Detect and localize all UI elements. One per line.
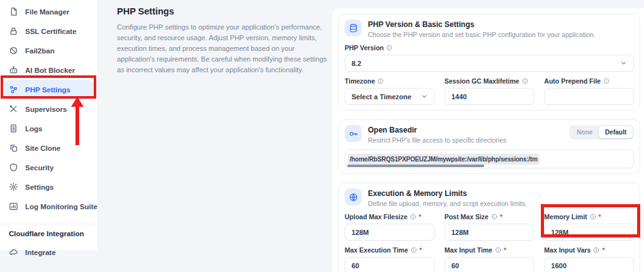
card-open-basedir: Open Basedir Restrict PHP's file access … bbox=[338, 119, 640, 174]
timezone-select[interactable]: Select a Timezone bbox=[345, 88, 435, 105]
max-input-vars-input[interactable] bbox=[544, 257, 634, 272]
required-asterisk: * bbox=[602, 247, 604, 253]
post-max-size-input[interactable] bbox=[445, 224, 535, 241]
required-asterisk: * bbox=[599, 214, 601, 220]
required-asterisk: * bbox=[504, 247, 506, 253]
sidebar-item-label: Integrate bbox=[25, 249, 56, 256]
sidebar-item-label: Fail2ban bbox=[25, 47, 55, 55]
card-subtitle: Restrict PHP's file access to specific d… bbox=[368, 136, 506, 144]
timezone-value: Select a Timezone bbox=[352, 93, 411, 101]
php-version-label: PHP Version bbox=[345, 44, 384, 52]
info-icon[interactable] bbox=[386, 45, 392, 51]
chevron-down-icon bbox=[620, 60, 627, 67]
sidebar-item-ai-bot-blocker[interactable]: AI Bot Blocker bbox=[0, 60, 97, 80]
page-title: PHP Settings bbox=[117, 6, 327, 16]
sidebar-item-label: File Manager bbox=[25, 8, 69, 16]
card-php-version-basic-settings: PHP Version & Basic Settings Choose the … bbox=[338, 14, 640, 111]
required-asterisk: * bbox=[419, 247, 422, 253]
card-subtitle: Choose the PHP version and set basic PHP… bbox=[368, 31, 596, 38]
copy-icon bbox=[9, 143, 18, 153]
sidebar: File Manager SSL Certificate Fail2ban AI… bbox=[0, 0, 98, 250]
sidebar-item-fail2ban[interactable]: Fail2ban bbox=[0, 41, 97, 60]
sidebar-divider bbox=[0, 224, 97, 224]
sidebar-item-supervisors[interactable]: Supervisors bbox=[0, 99, 97, 119]
memory-limit-label: Memory Limit bbox=[544, 213, 587, 220]
required-asterisk: * bbox=[419, 214, 421, 220]
info-icon[interactable] bbox=[590, 214, 596, 220]
post-max-size-label: Post Max Size bbox=[445, 213, 489, 220]
globe-icon bbox=[345, 188, 362, 205]
sidebar-item-settings[interactable]: Settings bbox=[0, 177, 97, 197]
sidebar-item-label: Site Clone bbox=[25, 144, 60, 152]
upload-max-filesize-input[interactable] bbox=[345, 224, 435, 241]
sidebar-item-ssl-certificate[interactable]: SSL Certificate bbox=[0, 21, 97, 41]
timezone-label: Timezone bbox=[345, 77, 375, 85]
sidebar-item-label: Supervisors bbox=[25, 106, 67, 113]
max-input-time-label: Max Input Time bbox=[445, 246, 492, 254]
memory-limit-input[interactable] bbox=[544, 224, 634, 241]
page-intro: PHP Settings Configure PHP settings to o… bbox=[117, 6, 327, 75]
card-title: Execution & Memory Limits bbox=[368, 188, 527, 198]
sidebar-item-site-clone[interactable]: Site Clone bbox=[0, 138, 97, 158]
basedir-none-button[interactable]: None bbox=[570, 126, 599, 138]
sidebar-item-log-monitoring-suite[interactable]: Log Monitoring Suite bbox=[0, 197, 97, 216]
sidebar-item-label: PHP Settings bbox=[25, 86, 70, 94]
open-basedir-input[interactable]: /home/RbSRQS1PXPOEUZJM/mywpsite:/var/lib… bbox=[345, 150, 634, 168]
php-version-value: 8.2 bbox=[352, 60, 361, 67]
info-icon[interactable] bbox=[522, 78, 528, 84]
nodes-icon bbox=[9, 85, 18, 94]
page-description: Configure PHP settings to optimize your … bbox=[117, 22, 327, 75]
card-title: Open Basedir bbox=[368, 125, 506, 134]
sidebar-item-label: Settings bbox=[25, 183, 53, 191]
basedir-default-button[interactable]: Default bbox=[599, 126, 633, 138]
cloud-icon bbox=[9, 248, 18, 257]
sidebar-item-security[interactable]: Security bbox=[0, 158, 97, 177]
sidebar-item-label: Log Monitoring Suite bbox=[25, 203, 97, 210]
sidebar-item-logs[interactable]: Logs bbox=[0, 119, 97, 138]
key-icon bbox=[345, 125, 362, 142]
required-asterisk: * bbox=[500, 214, 502, 220]
sidebar-item-php-settings[interactable]: PHP Settings bbox=[4, 80, 93, 99]
bar-chart-icon bbox=[9, 202, 18, 211]
database-icon bbox=[345, 19, 362, 36]
info-icon[interactable] bbox=[593, 247, 599, 253]
info-icon[interactable] bbox=[411, 247, 417, 253]
session-gc-maxlifetime-label: Session GC Maxlifetime bbox=[445, 77, 519, 85]
sidebar-item-label: SSL Certificate bbox=[25, 28, 77, 35]
sidebar-section-heading: Cloudflare Integration bbox=[0, 230, 97, 239]
sidebar-item-label: Logs bbox=[25, 125, 42, 133]
shield-icon bbox=[9, 163, 18, 172]
php-settings-page: File Manager SSL Certificate Fail2ban AI… bbox=[0, 0, 644, 272]
sidebar-item-integrate[interactable]: Integrate bbox=[0, 242, 97, 262]
info-icon[interactable] bbox=[491, 214, 497, 220]
auto-prepend-file-label: Auto Prepend File bbox=[544, 77, 601, 85]
php-version-select[interactable]: 8.2 bbox=[345, 55, 634, 72]
info-icon[interactable] bbox=[377, 78, 384, 84]
file-icon bbox=[9, 7, 18, 16]
basedir-mode-toggle: None Default bbox=[569, 125, 634, 139]
max-execution-time-input[interactable] bbox=[345, 257, 435, 272]
auto-prepend-file-input[interactable] bbox=[544, 88, 634, 105]
open-basedir-value: /home/RbSRQS1PXPOEUZJM/mywpsite:/var/lib… bbox=[348, 154, 540, 165]
ban-icon bbox=[9, 46, 18, 55]
upload-max-filesize-label: Upload Max Filesize bbox=[345, 213, 408, 220]
document-icon bbox=[9, 124, 18, 133]
info-icon[interactable] bbox=[495, 247, 501, 253]
chevron-down-icon bbox=[421, 93, 428, 100]
sidebar-item-label: Security bbox=[25, 164, 53, 171]
card-subtitle: Define file upload, memory, and script e… bbox=[368, 200, 527, 207]
tools-icon bbox=[9, 104, 18, 114]
sidebar-item-label: AI Bot Blocker bbox=[25, 67, 75, 74]
gear-icon bbox=[9, 182, 18, 192]
sidebar-item-file-manager[interactable]: File Manager bbox=[0, 2, 97, 21]
max-input-vars-label: Max Input Vars bbox=[544, 246, 591, 254]
max-execution-time-label: Max Execution Time bbox=[345, 246, 408, 254]
lock-icon bbox=[9, 26, 18, 36]
info-icon[interactable] bbox=[410, 214, 416, 220]
card-title: PHP Version & Basic Settings bbox=[368, 19, 596, 29]
info-icon[interactable] bbox=[603, 78, 609, 84]
max-input-time-input[interactable] bbox=[445, 257, 535, 272]
card-execution-memory-limits: Execution & Memory Limits Define file up… bbox=[338, 183, 640, 272]
horizontal-scrollbar[interactable] bbox=[347, 165, 484, 167]
session-gc-maxlifetime-input[interactable] bbox=[445, 88, 535, 105]
